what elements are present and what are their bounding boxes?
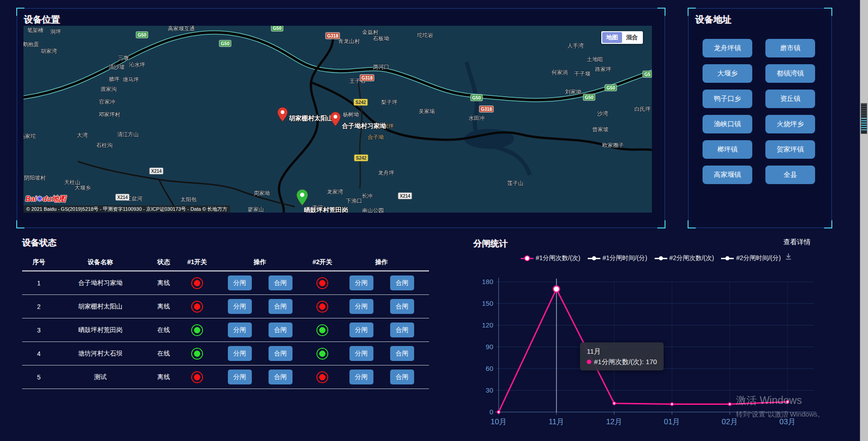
road-shield: X214 bbox=[398, 193, 412, 199]
switch2-indicator bbox=[316, 277, 328, 289]
chart-legend: #1分闸次数/(次)#1分闸时间/(分)#2分闸次数/(次)#2分闸时间/(分) bbox=[521, 254, 781, 262]
map-label: 坨坨岩 bbox=[417, 32, 433, 39]
device-index: 4 bbox=[37, 350, 41, 357]
device-pin-icon[interactable] bbox=[278, 107, 288, 123]
road-shield: X214 bbox=[149, 168, 163, 175]
scrollbar-thumb-stripes-top bbox=[861, 104, 867, 118]
device-status-text: 在线 bbox=[157, 326, 170, 334]
baidu-map[interactable]: 笔架槽洞坪天鹅抱蛋胡家湾高家堰互通青龙山村金益村石板坳坨坨岩三墩流沙坡沁水坪腊坪… bbox=[24, 26, 652, 213]
map-label: 杨树坳 bbox=[343, 111, 359, 119]
status-column-header: 序号 bbox=[33, 258, 45, 266]
map-label: 邓家坪村 bbox=[99, 111, 120, 119]
address-button[interactable]: 全县 bbox=[765, 166, 815, 184]
road-shield: G50 bbox=[136, 32, 148, 38]
switch1-indicator bbox=[191, 277, 203, 289]
switch1-open-button[interactable]: 分闸 bbox=[228, 275, 252, 290]
switch2-close-button[interactable]: 合闸 bbox=[390, 299, 414, 314]
legend-item[interactable]: #1分闸时间/(分) bbox=[588, 254, 647, 262]
switch1-close-button[interactable]: 合闸 bbox=[269, 275, 292, 290]
road-shield: X214 bbox=[115, 194, 129, 201]
legend-marker-icon bbox=[588, 258, 600, 259]
map-type-hybrid-button[interactable]: 混合 bbox=[622, 32, 642, 43]
address-button[interactable]: 都镇湾镇 bbox=[765, 64, 815, 83]
address-button[interactable]: 大堰乡 bbox=[703, 64, 752, 83]
map-label: 大湾 bbox=[77, 132, 88, 139]
switch1-open-button[interactable]: 分闸 bbox=[228, 346, 252, 361]
address-button[interactable]: 磨市镇 bbox=[765, 39, 815, 57]
legend-item[interactable]: #2分闸时间/(分) bbox=[721, 254, 781, 262]
switch1-close-button[interactable]: 合闸 bbox=[269, 370, 292, 384]
legend-label: #1分闸次数/(次) bbox=[536, 254, 580, 262]
map-label: 沙湾 bbox=[597, 110, 608, 118]
section-title-trip-statistics: 分闸统计 bbox=[473, 238, 508, 250]
map-type-map-button[interactable]: 地图 bbox=[602, 32, 622, 43]
map-type-toggle[interactable]: 地图 混合 bbox=[601, 31, 643, 44]
address-button[interactable]: 榔坪镇 bbox=[703, 140, 752, 159]
corner-decoration bbox=[688, 220, 696, 228]
road-shield: G50 bbox=[471, 95, 483, 101]
map-label: 南山公园 bbox=[362, 207, 384, 213]
status-column-header: 操作 bbox=[375, 258, 388, 266]
watermark-line1: 激活 Windows bbox=[736, 394, 824, 408]
switch2-open-button[interactable]: 分闸 bbox=[349, 346, 373, 361]
device-pin-icon[interactable] bbox=[330, 112, 340, 128]
switch1-close-button[interactable]: 合闸 bbox=[269, 346, 292, 361]
device-pin-label: 晒鼓坪村荒田岗 bbox=[304, 206, 348, 213]
status-column-header: 状态 bbox=[157, 258, 170, 266]
switch1-close-button[interactable]: 合闸 bbox=[269, 322, 292, 337]
device-pin-icon[interactable] bbox=[297, 189, 308, 208]
address-button[interactable]: 火烧坪乡 bbox=[765, 115, 815, 133]
status-column-header: 设备名称 bbox=[88, 258, 113, 266]
switch2-indicator bbox=[316, 324, 328, 336]
map-label: 长冲 bbox=[362, 192, 373, 200]
map-label: 渡家沟 bbox=[100, 85, 117, 93]
address-button[interactable]: 高家堰镇 bbox=[703, 166, 752, 184]
svg-text:10月: 10月 bbox=[491, 417, 507, 426]
series-dot-icon bbox=[587, 360, 591, 364]
switch1-open-button[interactable]: 分闸 bbox=[228, 322, 252, 337]
switch2-open-button[interactable]: 分闸 bbox=[349, 322, 373, 337]
page-scrollbar-thumb[interactable] bbox=[861, 103, 867, 134]
map-label: 流沙坡 bbox=[108, 63, 125, 71]
map-label: 高家堰互通 bbox=[168, 26, 195, 33]
view-details-link[interactable]: 查看详情 bbox=[783, 238, 811, 247]
map-label: 路家坪 bbox=[595, 66, 611, 73]
switch2-open-button[interactable]: 分闸 bbox=[349, 275, 373, 290]
legend-item[interactable]: #1分闸次数/(次) bbox=[521, 254, 580, 262]
status-table-row: 1合子坳村习家坳离线分闸合闸分闸合闸 bbox=[22, 271, 429, 295]
download-icon[interactable] bbox=[784, 252, 793, 261]
status-column-header: 操作 bbox=[254, 258, 266, 266]
map-label: 两河口 bbox=[373, 63, 389, 71]
switch2-close-button[interactable]: 合闸 bbox=[390, 370, 414, 384]
page-scrollbar-track[interactable] bbox=[860, 0, 868, 441]
address-button[interactable]: 龙舟坪镇 bbox=[703, 39, 752, 57]
map-label: 大堰乡 bbox=[75, 184, 91, 192]
device-index: 5 bbox=[37, 374, 41, 381]
corner-decoration bbox=[16, 8, 24, 16]
switch2-open-button[interactable]: 分闸 bbox=[349, 370, 373, 384]
svg-text:01月: 01月 bbox=[664, 417, 680, 426]
address-button[interactable]: 贺家坪镇 bbox=[765, 140, 815, 159]
switch1-open-button[interactable]: 分闸 bbox=[228, 299, 252, 314]
map-label: 塘马坪 bbox=[123, 76, 139, 84]
address-button[interactable]: 资丘镇 bbox=[765, 90, 815, 108]
road-shield: G318 bbox=[479, 106, 494, 113]
switch2-close-button[interactable]: 合闸 bbox=[390, 346, 414, 361]
address-button[interactable]: 渔峡口镇 bbox=[703, 115, 752, 133]
map-label: 干子堰 bbox=[574, 70, 590, 78]
switch2-close-button[interactable]: 合闸 bbox=[390, 322, 414, 337]
map-label: 笔架槽 bbox=[27, 27, 43, 34]
map-label: 龙家湾 bbox=[327, 188, 343, 196]
map-label: 龙舟坪 bbox=[378, 169, 394, 177]
map-label: 周家坳 bbox=[254, 190, 270, 197]
switch1-close-button[interactable]: 合闸 bbox=[269, 299, 292, 314]
switch2-close-button[interactable]: 合闸 bbox=[390, 275, 414, 290]
road-shield: G318 bbox=[326, 33, 340, 39]
legend-item[interactable]: #2分闸次数/(次) bbox=[655, 254, 714, 262]
address-button[interactable]: 鸭子口乡 bbox=[703, 90, 752, 108]
status-column-header: #2开关 bbox=[312, 258, 332, 266]
switch1-open-button[interactable]: 分闸 bbox=[228, 370, 252, 384]
address-button-grid: 龙舟坪镇磨市镇大堰乡都镇湾镇鸭子口乡资丘镇渔峡口镇火烧坪乡榔坪镇贺家坪镇高家堰镇… bbox=[703, 39, 815, 184]
switch2-open-button[interactable]: 分闸 bbox=[349, 299, 373, 314]
svg-text:02月: 02月 bbox=[722, 417, 738, 426]
